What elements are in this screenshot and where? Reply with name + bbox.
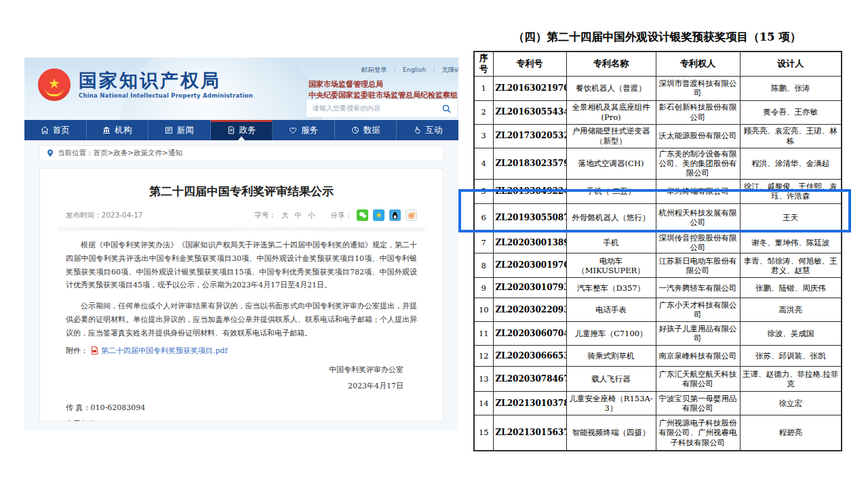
pdf-icon	[91, 346, 98, 354]
patent-no: ZL201930492241.6	[493, 179, 566, 203]
patent-no: ZL202030220936.1	[493, 298, 566, 322]
table-row: 10ZL202030220936.1电话手表广东小天才科技有限公司高洪亮	[474, 298, 842, 322]
breadcrumb-text[interactable]: 当前位置：首页>政务>政策文件>通知	[58, 148, 182, 158]
signoff-org: 中国专利奖评审办公室	[40, 362, 403, 378]
search-input[interactable]: 请输入您要搜索的内容	[307, 100, 457, 117]
accessibility-link[interactable]: 无障碍	[442, 66, 459, 73]
patent-owner: 广东美的制冷设备有限公司、美的集团股份有限公司	[656, 148, 740, 179]
patent-name: 汽车整车（D357）	[566, 278, 656, 298]
col-header-designer: 设计人	[740, 52, 842, 76]
site-header: ★ 国家知识产权局 China National Intellectual Pr…	[24, 58, 458, 120]
patent-owner: 影石创新科技股份有限公司	[656, 100, 740, 124]
row-index: 7	[474, 232, 493, 253]
qzone-share-icon[interactable]: ★	[373, 209, 384, 221]
signoff-date: 2023年4月17日	[40, 378, 403, 394]
col-header-patent-no: 专利号	[493, 52, 566, 76]
search-icon[interactable]	[442, 104, 451, 113]
table-row: 7ZL202030013898.2手机深圳传音控股股份有限公司谢冬、董坤伟、陈廷…	[474, 232, 842, 253]
row-index: 6	[474, 203, 493, 232]
patent-no: ZL202130103785.6	[493, 392, 566, 415]
weibo-share-icon[interactable]	[406, 209, 417, 221]
wechat-share-icon[interactable]	[357, 209, 368, 221]
table-row: 14ZL202130103785.6儿童安全座椅（R153A-3）宁波宝贝第一母…	[474, 392, 842, 415]
link-divider: |	[433, 66, 435, 73]
document-meta-row: 发布时间：2023-04-17 字号： 大 中 小 分享： ★	[66, 209, 417, 221]
table-header-row: 序号 专利号 专利名称 专利权人 设计人	[474, 52, 842, 76]
designer: 顾亮亮、袁宏亮、王珺、林栋	[740, 124, 842, 148]
designer: 王谭、赵德力、菲拉格.拉菲克	[740, 367, 842, 392]
hatched-divider	[58, 227, 425, 231]
table-row: 4ZL201830235797.2落地式空调器(CH)广东美的制冷设备有限公司、…	[474, 148, 842, 179]
patent-name: 儿童安全座椅（R153A-3）	[566, 392, 656, 415]
attachment-link[interactable]: 第二十四届中国专利奖预获奖项目.pdf	[101, 346, 228, 356]
paragraph-2: 公示期间，任何单位或个人对评审结果有异议的，应当以书面形式向中国专利奖评审办公室…	[66, 300, 417, 340]
supervision-link-1[interactable]: 国家市场监督管理总局	[309, 79, 458, 90]
patent-name: 手机	[566, 232, 656, 253]
nav-label: 互动	[425, 125, 442, 136]
nav-label: 服务	[301, 125, 318, 136]
row-index: 13	[474, 367, 493, 392]
patent-no: ZL201630219701.4	[493, 76, 566, 100]
designer: 徐汀、戚黎俊、王佳熙、袁珏、许浩森	[740, 179, 842, 203]
designer: 高洪亮	[740, 298, 842, 322]
nav-tab-interaction[interactable]: 互动	[397, 120, 458, 140]
patent-name: 手机（ 二五）	[566, 179, 656, 203]
designer: 王天	[740, 203, 842, 232]
patent-owner: 深圳市普渡科技有限公司	[656, 76, 740, 100]
row-index: 1	[474, 76, 493, 100]
nav-tab-home[interactable]: 首页	[24, 120, 87, 140]
font-size-small[interactable]: 小	[308, 211, 315, 220]
nav-tab-data[interactable]: 数据	[335, 120, 397, 140]
patent-table-body: 1ZL201630219701.4餐饮机器人（普渡）深圳市普渡科技有限公司陈鹏、…	[474, 76, 842, 451]
table-row: 9ZL202030107932.2汽车整车（D357）一汽奔腾轿车有限公司张鹏、…	[474, 278, 842, 298]
nav-tab-agency[interactable]: 机构	[87, 120, 149, 140]
patent-owner: 广东小天才科技有限公司	[656, 298, 740, 322]
cnipa-website-panel: ★ 国家知识产权局 China National Intellectual Pr…	[24, 58, 458, 430]
font-size-medium[interactable]: 中	[295, 211, 302, 220]
nav-tab-news[interactable]: 新闻	[149, 120, 211, 140]
patent-name: 儿童推车（C7100）	[566, 322, 656, 346]
site-logo[interactable]: ★ 国家知识产权局 China National Intellectual Pr…	[38, 68, 253, 101]
nav-label: 政务	[239, 125, 256, 136]
supervision-links: 国家市场监督管理总局 中央纪委国家监委驻市场监管总局纪检监察组	[309, 79, 458, 101]
qq-share-icon[interactable]	[389, 209, 401, 221]
designer: 黄令吾、王亦敏	[740, 100, 842, 124]
patent-name: 电动车（MIKUSUPER）	[566, 253, 656, 278]
nav-tab-government-affairs[interactable]: 政务	[211, 120, 273, 140]
heart-service-icon	[289, 126, 297, 134]
patent-owner: 宁波宝贝第一母婴用品有限公司	[656, 392, 740, 415]
site-title: 国家知识产权局	[79, 70, 253, 91]
designer: 陈鹏、张涛	[740, 76, 842, 100]
designer: 徐波、吴成国	[740, 322, 842, 346]
bank-icon	[102, 126, 111, 134]
designer: 徐立宏	[740, 392, 842, 415]
link-divider: |	[394, 66, 396, 73]
patent-no: ZL202030666536.3	[493, 346, 566, 367]
table-title: （四）第二十四届中国外观设计银奖预获奖项目（15 项）	[473, 30, 841, 45]
row-index: 8	[474, 253, 493, 278]
patent-no: ZL202030013898.2	[493, 232, 566, 253]
location-pin-icon	[47, 149, 54, 157]
paragraph-1: 根据《中国专利奖评奖办法》《国家知识产权局关于评选第二十四届中国专利奖的通知》规…	[66, 239, 417, 292]
row-index: 10	[474, 298, 493, 322]
patent-owner: 广州视源电子科技股份有限公司、广州视睿电子科技有限公司	[656, 415, 740, 451]
patent-name: 户用储能壁挂式逆变器（新型）	[566, 124, 656, 148]
font-size-large[interactable]: 大	[281, 211, 289, 220]
english-link[interactable]: English	[403, 66, 426, 73]
row-index: 5	[474, 179, 493, 203]
table-row: 3ZL201730205329.6户用储能壁挂式逆变器（新型）沃太能源股份有限公…	[474, 124, 842, 148]
mail-login-link[interactable]: 邮箱登录	[361, 66, 387, 73]
nav-label: 新闻	[177, 125, 194, 136]
patent-owner: 一汽奔腾轿车有限公司	[656, 278, 740, 298]
site-subtitle: China National Intellectual Property Adm…	[79, 92, 253, 99]
fax-line: 传 真：010-62083094	[66, 403, 417, 413]
patent-owner: 好孩子儿童用品有限公司	[656, 322, 740, 346]
patent-name: 全景相机及其底座组件(Pro)	[566, 100, 656, 124]
nav-tab-services[interactable]: 服务	[273, 120, 335, 140]
main-nav: 首页 机构 新闻 政务 服务 数据 互动	[24, 120, 458, 140]
attachment-label: 附件：	[66, 346, 88, 356]
patent-no: ZL201930550877.1	[493, 203, 566, 232]
email-line: 电子邮箱：zhuanlijiang24@cnipa.gov.cn	[66, 419, 417, 422]
table-row: 5ZL201930492241.6手机（ 二五）华为终端有限公司徐汀、戚黎俊、王…	[474, 179, 842, 203]
header-top-links: 邮箱登录|English|无障碍	[355, 66, 458, 75]
